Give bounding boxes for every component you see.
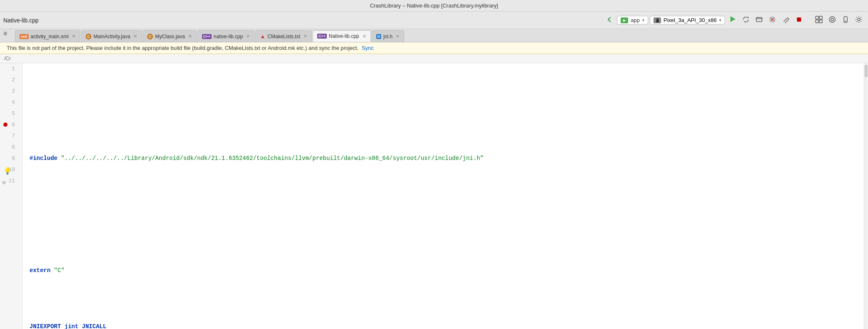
tab-label-jni-h: jni.h [383,34,392,39]
tabs-menu-button[interactable]: ≡ [3,30,7,37]
device-icon: 📱 [653,17,661,23]
line-number-3: 3 [2,86,18,97]
svg-point-14 [858,18,860,21]
device-config-label: Pixel_3a_API_30_x86 [663,17,717,23]
line-number-11: ⊖ 11 [2,175,18,187]
svg-rect-5 [797,17,801,22]
line-number-4: 4 [2,97,18,108]
jniexport-keyword: JNIEXPORT [30,321,61,329]
title-text: CrashLibrary – Native-lib.cpp [CrashLibr… [370,2,498,9]
tab-label-activity-main-xml: activity_main.xml [31,34,69,39]
tab-icon-myclass: C [147,34,153,39]
device-config-dropdown[interactable]: 📱 Pixel_3a_API_30_x86 ▾ [650,16,725,25]
tab-cmakelists-txt[interactable]: ▲ CMakeLists.txt ✕ [255,30,312,42]
tab-myclass-java[interactable]: C MyClass.java ✕ [143,30,196,42]
include-keyword: #include "../../../../../../Library/Andr… [30,153,483,164]
breadcrumb-text: /Cr [4,56,11,61]
run-config-label: app [631,17,640,23]
tab-label-mainactivity-java: MainActivity.java [94,34,130,39]
toolbar: Native-lib.cpp ▶ app ▾ 📱 Pixel_3a_API_30… [0,12,868,29]
warning-text: This file is not part of the project. Pl… [7,45,358,51]
debug-button[interactable] [767,15,778,26]
jint-type: jint [64,321,79,329]
tab-icon-native-lib-cpp: C++ [202,34,212,39]
run-button[interactable] [727,14,738,26]
tab-label-native-lib-cpp: native-lib.cpp [214,34,243,39]
code-line-5: JNIEXPORT jint JNICALL [30,321,864,329]
file-label: Native-lib.cpp [3,17,57,24]
run-config-chevron-icon: ▾ [642,18,644,22]
title-bar: CrashLibrary – Native-lib.cpp [CrashLibr… [0,0,868,12]
project-structure-button[interactable] [813,15,825,26]
run-config-icon: ▶ [621,17,628,23]
svg-rect-2 [756,17,762,22]
line-number-6: 6 [2,119,18,130]
tab-label-cmakelists-txt: CMakeLists.txt [267,34,300,39]
tab-close-myclass-java[interactable]: ✕ [188,34,192,39]
svg-rect-7 [819,16,822,19]
extern-c-string: "C" [54,265,64,276]
tab-icon-native-lib-cpp-active: C++ [317,34,327,39]
sdk-manager-button[interactable] [826,15,838,26]
build-button[interactable] [753,15,765,26]
settings-button[interactable] [853,15,865,26]
extern-keyword: extern [30,265,50,276]
run-config-dropdown[interactable]: ▶ app ▾ [617,16,648,25]
tab-close-cmakelists-txt[interactable]: ✕ [303,34,307,39]
line-number-2: 2 [2,74,18,86]
tab-jni-h[interactable]: H jni.h ✕ [372,30,404,42]
code-line-1 [30,97,864,108]
svg-marker-1 [747,17,749,18]
tab-native-lib-cpp-active[interactable]: C++ Native-lib.cpp ✕ [313,30,371,42]
stop-button[interactable] [793,15,805,26]
line-number-1: 1 [2,63,18,74]
tab-close-activity-main-xml[interactable]: ✕ [72,34,76,39]
code-area[interactable]: #include "../../../../../../Library/Andr… [23,63,864,329]
device-chevron-icon: ▾ [719,18,721,22]
svg-rect-8 [816,20,819,23]
sync-link[interactable]: Sync [362,45,374,51]
svg-rect-6 [816,16,819,19]
tab-close-mainactivity-java[interactable]: ✕ [133,34,137,39]
sync-button[interactable] [740,15,752,26]
svg-rect-9 [819,20,822,23]
tab-icon-jni-h: H [376,34,382,39]
tab-close-jni-h[interactable]: ✕ [396,34,399,39]
tab-mainactivity-java[interactable]: C MainActivity.java ✕ [81,30,142,42]
scrollbar-thumb[interactable] [865,65,868,77]
line-number-5: 5 [2,108,18,119]
line-number-8: 8 [2,142,18,153]
avd-manager-button[interactable] [840,15,851,26]
tab-label-myclass-java: MyClass.java [155,34,185,39]
warning-bar: This file is not part of the project. Pl… [0,42,868,54]
tabs-bar: ≡ xml activity_main.xml ✕ C MainActivity… [0,29,868,42]
line-number-10: 💡 10 [2,164,18,175]
back-button[interactable] [604,15,615,26]
line-numbers: 1 2 3 4 5 6 7 8 9 💡 10 ⊖ 11 [0,63,23,329]
tab-close-native-lib-cpp[interactable]: ✕ [246,34,250,39]
tab-icon-mainactivity: C [86,34,91,39]
breakpoint-indicator [3,123,7,127]
tab-label-native-lib-cpp-active: Native-lib.cpp [329,33,359,39]
tab-close-native-lib-cpp-active[interactable]: ✕ [362,34,366,39]
line-number-7: 7 [2,130,18,142]
tab-icon-xml: xml [20,34,29,39]
svg-rect-12 [844,17,847,22]
attach-button[interactable] [780,15,792,26]
code-line-2: #include "../../../../../../Library/Andr… [30,153,864,164]
svg-point-11 [831,18,833,21]
vertical-scrollbar[interactable] [864,63,868,329]
breadcrumb-bar: /Cr [0,54,868,63]
tab-native-lib-cpp[interactable]: C++ native-lib.cpp ✕ [197,30,255,42]
line-number-9: 9 [2,153,18,164]
svg-point-10 [829,17,835,22]
code-line-3 [30,209,864,220]
jnicall-keyword: JNICALL [82,321,106,329]
svg-marker-0 [730,16,735,22]
code-line-4: extern "C" [30,265,864,276]
tab-icon-cmakelists: ▲ [260,33,265,39]
tab-activity-main-xml[interactable]: xml activity_main.xml ✕ [15,30,80,42]
editor-body: 1 2 3 4 5 6 7 8 9 💡 10 ⊖ 11 #include "..… [0,63,868,329]
brace-fold-icon: ⊖ [2,177,6,189]
